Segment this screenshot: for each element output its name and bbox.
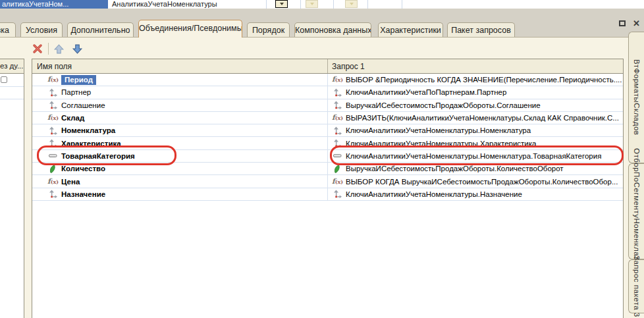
field-name-cell[interactable]: ТоварнаяКатегория — [32, 150, 328, 162]
measure-icon — [333, 165, 342, 173]
table-row[interactable]: ХарактеристикаКлючиАналитикиУчетаНоменкл… — [32, 137, 623, 149]
column-header-query1[interactable]: Запрос 1 — [328, 59, 623, 73]
field-name-text: Партнер — [61, 88, 91, 96]
minus-icon-holder — [48, 151, 58, 160]
query1-value-text: ВыручкаИСебестоимостьПродажОбороты.Колич… — [346, 165, 564, 172]
field-icon — [49, 126, 57, 135]
query1-value-cell[interactable]: КлючиАналитикиУчетаНоменклатуры.Номенкла… — [328, 150, 623, 162]
close-button[interactable]: ✕ — [631, 18, 642, 28]
side-tab-label: Запрос пакета 3 — [633, 255, 641, 317]
tab-Пакет запросов[interactable]: Пакет запросов — [447, 22, 515, 38]
minus-icon-holder — [333, 151, 342, 160]
side-tab-1[interactable]: ВтФорматыСкладов — [628, 32, 644, 163]
table-row[interactable]: f(x)Ценаf(x)ВЫБОР КОГДА ВыручкаИСебестои… — [32, 175, 623, 188]
field-name-text: Цена — [61, 178, 80, 186]
query1-value-cell[interactable]: f(x)ВЫРАЗИТЬ(КлючиАналитикиУчетаНоменкла… — [328, 112, 623, 124]
delete-button[interactable] — [32, 43, 43, 55]
move-up-button[interactable] — [53, 43, 65, 55]
query1-value-cell[interactable]: КлючиАналитикиУчетаНоменклатуры.Номенкла… — [328, 124, 623, 136]
table-row[interactable]: КоличествоВыручкаИСебестоимостьПродажОбо… — [32, 163, 623, 175]
query1-value-cell[interactable]: f(x)ВЫБОР КОГДА ВыручкаИСебестоимостьПро… — [328, 175, 623, 187]
tab-Порядок[interactable]: Порядок — [247, 22, 290, 38]
toolbar-separator — [48, 43, 49, 55]
field-name-cell[interactable]: Количество — [32, 163, 328, 174]
unions-column-header: ез ду... — [0, 59, 24, 74]
tab-Дополнительно[interactable]: Дополнительно — [67, 22, 134, 38]
query1-value-text: КлючиАналитикиУчетаНоменклатуры.Номенкла… — [346, 126, 531, 134]
dropdown-button[interactable] — [275, 0, 288, 8]
field-name-text: Соглашение — [61, 101, 105, 109]
delete-x-icon — [32, 43, 43, 54]
measure-icon-holder — [333, 165, 342, 173]
query1-value-cell[interactable]: КлючиАналитикиУчетаПоПартнерам.Партнер — [328, 86, 623, 98]
field-name-text: Характеристика — [61, 140, 121, 147]
grid-line — [0, 99, 24, 99]
field-icon — [49, 139, 57, 147]
query1-value-cell[interactable]: КлючиАналитикиУчетаНоменклатуры.Назначен… — [328, 188, 623, 200]
field-icon — [333, 88, 342, 97]
query1-value-cell[interactable]: КлючиАналитикиУчетаНоменклатуры.Характер… — [328, 137, 623, 149]
fx-icon-holder: f(x) — [333, 76, 342, 84]
dropdown-button[interactable] — [306, 0, 318, 8]
field-icon — [49, 101, 57, 109]
tab-Компоновка данных[interactable]: Компоновка данных — [294, 22, 371, 38]
fx-icon-holder: f(x) — [333, 114, 342, 122]
background-selected-cell[interactable]: алитикаУчетаНом... — [0, 0, 108, 9]
table-row[interactable]: ТоварнаяКатегорияКлючиАналитикиУчетаНоме… — [32, 150, 623, 163]
field-name-cell[interactable]: Характеристика — [32, 137, 328, 149]
field-icon-holder — [333, 88, 342, 97]
column-header-field-name[interactable]: Имя поля — [32, 59, 328, 73]
query1-value-cell[interactable]: ВыручкаИСебестоимостьПродажОбороты.Согла… — [328, 99, 623, 111]
background-cell-text[interactable]: АналитикаУчетаНоменклатуры — [112, 0, 217, 9]
dropdown-button[interactable] — [345, 0, 358, 8]
table-row[interactable]: СоглашениеВыручкаИСебестоимостьПродажОбо… — [32, 99, 623, 112]
side-tab-2[interactable]: ОтборПоСегментуНоменклатуры — [628, 163, 644, 259]
dropdown-arrow-icon — [350, 3, 354, 5]
grid-line — [402, 0, 402, 9]
measure-icon — [49, 165, 57, 173]
field-name-text: Количество — [61, 165, 105, 172]
maximize-button[interactable] — [616, 18, 628, 28]
table-row[interactable]: НазначениеКлючиАналитикиУчетаНоменклатур… — [32, 188, 623, 201]
arrow-down-icon — [72, 43, 83, 55]
tab-Условия[interactable]: Условия — [20, 22, 63, 38]
tab-Характеристики[interactable]: Характеристики — [378, 22, 443, 38]
minus-icon — [49, 151, 57, 160]
field-icon-holder — [48, 139, 58, 147]
background-table-row[interactable]: алитикаУчетаНом... АналитикаУчетаНоменкл… — [0, 0, 644, 9]
move-down-button[interactable] — [71, 43, 83, 55]
field-icon-holder — [333, 139, 342, 147]
side-tab-label: ВтФорматыСкладов — [633, 59, 641, 135]
grid-line — [300, 0, 301, 9]
query1-value-cell[interactable]: f(x)ВЫБОР &Периодичность КОГДА ЗНАЧЕНИЕ(… — [328, 74, 623, 86]
field-name-cell[interactable]: f(x)Склад — [32, 112, 328, 124]
table-header: Имя поля Запрос 1 — [32, 59, 623, 74]
table-row[interactable]: f(x)Периодf(x)ВЫБОР &Периодичность КОГДА… — [32, 74, 623, 86]
query1-value-text: КлючиАналитикиУчетаПоПартнерам.Партнер — [346, 88, 506, 96]
field-name-cell[interactable]: f(x)Период — [32, 74, 328, 86]
field-icon — [333, 190, 342, 198]
field-icon-holder — [48, 88, 58, 97]
query1-value-text: ВЫБОР &Периодичность КОГДА ЗНАЧЕНИЕ(Пере… — [346, 76, 622, 84]
field-icon — [333, 101, 342, 109]
field-name-cell[interactable]: Партнер — [32, 86, 328, 98]
field-icon — [49, 190, 57, 198]
tab-partial[interactable]: зка — [0, 22, 16, 38]
table-row[interactable]: f(x)Складf(x)ВЫРАЗИТЬ(КлючиАналитикиУчет… — [32, 112, 623, 124]
minus-icon — [333, 151, 342, 160]
table-row[interactable]: ПартнерКлючиАналитикиУчетаПоПартнерам.Па… — [32, 86, 623, 99]
tab-Объединения/Псевдонимы[interactable]: Объединения/Псевдонимы — [138, 20, 242, 38]
field-name-cell[interactable]: Номенклатура — [32, 124, 328, 136]
field-icon — [49, 88, 57, 97]
field-name-cell[interactable]: Назначение — [32, 188, 328, 200]
field-name-cell[interactable]: f(x)Цена — [32, 175, 328, 187]
side-tab-3[interactable]: Запрос пакета 3 — [628, 259, 644, 313]
arrow-up-icon — [53, 43, 65, 55]
field-name-cell[interactable]: Соглашение — [32, 99, 328, 111]
tab-content-unions-aliases: ез ду... Имя поля Запрос 1 f(x)Периодf(x… — [0, 37, 644, 318]
no-duplicates-checkbox[interactable] — [1, 76, 7, 83]
grid-line — [333, 0, 334, 9]
query1-value-cell[interactable]: ВыручкаИСебестоимостьПродажОбороты.Колич… — [328, 163, 623, 174]
table-row[interactable]: НоменклатураКлючиАналитикиУчетаНоменклат… — [32, 124, 623, 137]
field-name-text: Склад — [61, 114, 84, 122]
